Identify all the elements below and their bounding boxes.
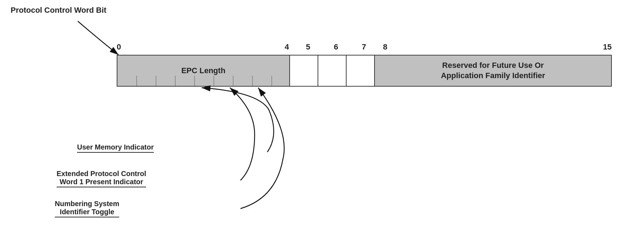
segment-bit7 [347, 55, 375, 87]
bit-label-5: 5 [306, 42, 310, 52]
numbering-system-label: Numbering SystemIdentifier Toggle [55, 200, 119, 217]
segment-reserved: Reserved for Future Use OrApplication Fa… [375, 55, 612, 87]
register-bar: EPC Length Reserved for Future Use OrApp… [117, 55, 612, 87]
diagram-container: EPC Length Reserved for Future Use OrApp… [0, 0, 644, 245]
bit-label-4: 4 [285, 42, 289, 52]
reserved-label: Reserved for Future Use OrApplication Fa… [441, 60, 545, 81]
segment-bit6 [318, 55, 347, 87]
user-memory-indicator-label: User Memory Indicator [77, 143, 154, 153]
protocol-control-label: Protocol Control Word Bit [11, 5, 106, 16]
bit-label-6: 6 [334, 42, 338, 52]
bit-label-8: 8 [383, 42, 387, 52]
bit-label-15: 15 [603, 42, 611, 52]
segment-epc: EPC Length [117, 55, 290, 87]
bit-label-7: 7 [362, 42, 366, 52]
extended-protocol-label: Extended Protocol ControlWord 1 Present … [57, 170, 146, 187]
epc-length-label: EPC Length [181, 66, 226, 75]
segment-bit5 [290, 55, 318, 87]
bit-label-0: 0 [117, 42, 121, 52]
